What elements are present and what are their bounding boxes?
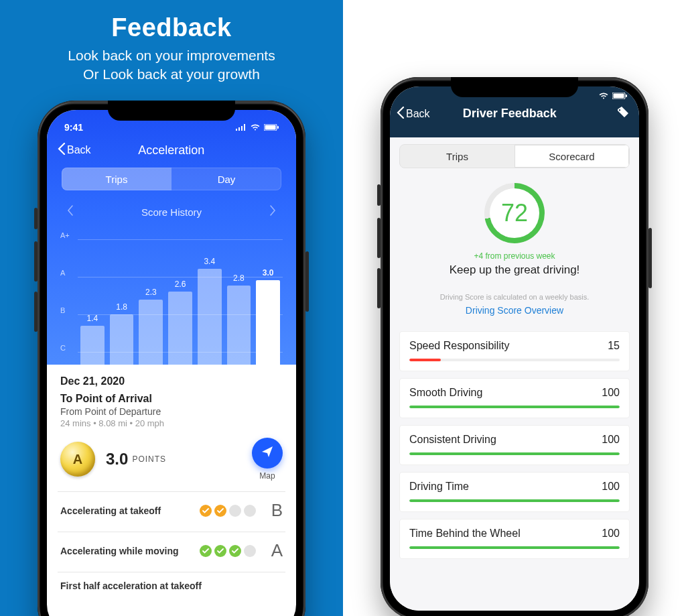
trip-meta: 24 mins • 8.08 mi • 20 mph (60, 418, 283, 428)
segmented-control: Trips Scorecard (399, 144, 630, 168)
rating-dots (200, 545, 256, 557)
svg-rect-2 (241, 126, 243, 131)
svg-rect-9 (626, 95, 627, 97)
metric-card[interactable]: Driving Time100 (399, 472, 630, 512)
metric-grade: B (265, 500, 283, 521)
metric-progress (409, 546, 620, 549)
screen-left: 9:41 Back Acceleration (47, 110, 296, 616)
rating-dot (229, 545, 241, 557)
battery-icon (264, 122, 279, 133)
metric-value: 100 (602, 387, 620, 399)
chart-bar[interactable]: 1.8 (110, 302, 134, 366)
metric-name: Time Behind the Wheel (409, 528, 521, 540)
metric-name: Speed Responsibility (409, 340, 509, 352)
score-delta: +4 from previous week (399, 251, 630, 261)
nav-title: Acceleration (58, 143, 285, 158)
metric-value: 100 (602, 528, 620, 540)
right-panel: Back Driver Feedback Trips Scorecard (343, 0, 686, 616)
svg-rect-5 (265, 125, 276, 130)
rating-dot (200, 545, 212, 557)
svg-rect-3 (244, 124, 245, 131)
history-title: Score History (141, 206, 202, 218)
history-prev-button[interactable] (63, 202, 78, 222)
rating-dot (214, 545, 226, 557)
chart-bar[interactable]: 2.8 (227, 273, 251, 365)
hero-title: Feedback (0, 13, 343, 42)
svg-rect-1 (238, 127, 240, 131)
status-bar: 9:41 (58, 119, 285, 135)
bar-value-label: 2.3 (145, 288, 157, 297)
bar-value-label: 1.4 (87, 314, 98, 323)
signal-icon (236, 122, 247, 133)
svg-rect-0 (236, 129, 237, 131)
segmented-control: Trips Day (62, 168, 281, 190)
history-next-button[interactable] (265, 202, 280, 222)
metric-progress (409, 452, 620, 455)
location-arrow-icon (261, 445, 274, 462)
score-gauge: 72 (484, 183, 545, 243)
nav-title: Driver Feedback (403, 107, 616, 121)
rating-dot (200, 505, 212, 517)
bar-value-label: 3.4 (204, 257, 215, 266)
metric-card[interactable]: Consistent Driving100 (399, 425, 630, 465)
status-time: 9:41 (64, 122, 83, 133)
bar-value-label: 1.8 (116, 302, 127, 312)
rating-dots (200, 505, 256, 517)
chart-bar[interactable]: 2.3 (139, 288, 163, 365)
tag-icon[interactable] (616, 105, 630, 122)
svg-rect-6 (277, 126, 279, 129)
metric-progress (409, 499, 620, 502)
map-button[interactable]: Map (252, 438, 283, 481)
metric-name: Driving Time (409, 481, 469, 493)
metric-name: Smooth Driving (409, 387, 482, 399)
metric-value: 100 (602, 481, 620, 493)
points-label: POINTS (132, 454, 166, 464)
trip-date: Dec 21, 2020 (60, 375, 283, 387)
rating-dot (244, 505, 256, 517)
chart-bar[interactable]: 3.0 (256, 268, 280, 366)
points-value: 3.0 (106, 450, 128, 469)
rating-dot (244, 545, 256, 557)
bar-value-label: 3.0 (263, 268, 274, 278)
segment-scorecard[interactable]: Scorecard (514, 145, 629, 168)
phone-frame-right: Back Driver Feedback Trips Scorecard (381, 77, 648, 616)
rating-dot (214, 505, 226, 517)
score-overview-link[interactable]: Driving Score Overview (466, 305, 563, 316)
segment-trips[interactable]: Trips (400, 145, 514, 168)
metric-name: Accelerating while moving (60, 546, 179, 556)
metric-value: 15 (608, 340, 620, 352)
metric-card[interactable]: Smooth Driving100 (399, 378, 630, 418)
metric-card[interactable]: Time Behind the Wheel100 (399, 519, 630, 559)
metric-row: Accelerating while movingA (60, 540, 283, 561)
metric-name: Consistent Driving (409, 434, 496, 446)
segment-trips[interactable]: Trips (62, 168, 172, 190)
calc-note: Driving Score is calculated on a weekly … (399, 293, 630, 301)
screen-right: Back Driver Feedback Trips Scorecard (390, 86, 639, 611)
metric-card[interactable]: Speed Responsibility15 (399, 331, 630, 371)
battery-icon (612, 92, 627, 101)
metric-progress (409, 406, 620, 408)
wifi-icon (251, 122, 260, 133)
gauge-value: 72 (490, 188, 539, 238)
svg-rect-8 (614, 94, 624, 99)
chart-y-axis: A+ A B C (60, 231, 76, 365)
grade-medal-icon: A (60, 442, 95, 477)
metric-row: Accelerating at takeoffB (60, 500, 283, 521)
metric-progress (409, 359, 620, 361)
wifi-icon (599, 92, 608, 101)
bar-value-label: 2.6 (175, 280, 186, 289)
encouragement-text: Keep up the great driving! (399, 263, 630, 277)
metric-row: First half acceleration at takeoff (60, 580, 283, 591)
bar-value-label: 2.8 (233, 273, 245, 283)
trip-origin: From Point of Departure (60, 406, 283, 417)
chart-bar[interactable]: 2.6 (168, 280, 192, 366)
score-history-chart: A+ A B C 1.41.82.32.63.42.83.0 (60, 231, 283, 365)
segment-day[interactable]: Day (172, 168, 281, 190)
phone-frame-left: 9:41 Back Acceleration (38, 101, 305, 616)
chart-bar[interactable]: 1.4 (80, 314, 105, 366)
hero-subtitle: Look back on your improvements Or Look b… (0, 46, 343, 84)
trip-card: Dec 21, 2020 To Point of Arrival From Po… (47, 365, 296, 606)
metric-value: 100 (602, 434, 620, 446)
metric-grade: A (265, 540, 283, 561)
chart-bar[interactable]: 3.4 (198, 257, 222, 366)
